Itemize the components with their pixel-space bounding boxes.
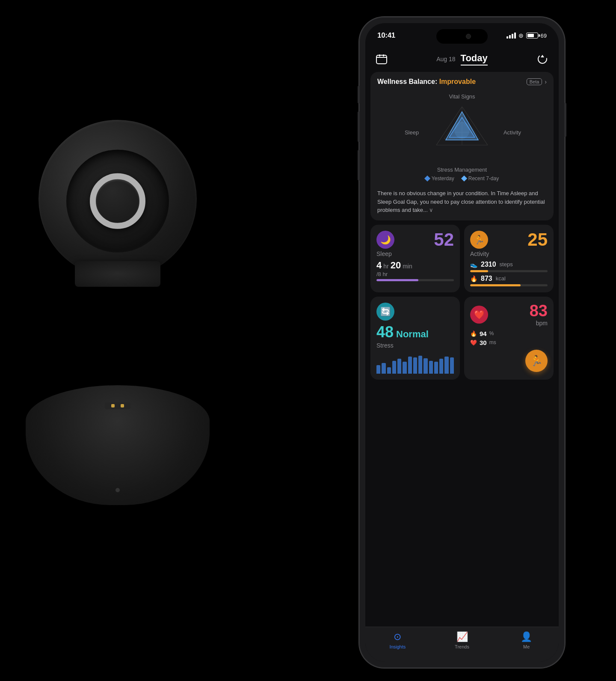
- insights-label: Insights: [389, 644, 406, 649]
- beta-badge: Beta: [527, 78, 542, 85]
- calories-progress-track: [470, 284, 548, 286]
- svg-rect-3: [383, 54, 384, 57]
- chevron-right-icon: ›: [545, 78, 547, 85]
- header-date: Aug 18: [436, 56, 455, 62]
- calories-progress-fill: [470, 284, 521, 286]
- bar-9: [418, 356, 422, 374]
- activity-sub-metrics: 👟 2310 steps 🔥 873 kc: [470, 261, 548, 286]
- steps-value: 2310: [481, 261, 496, 268]
- heart-mini-stats: 🔥 94 % ❤️ 30 ms: [470, 330, 548, 346]
- refresh-icon[interactable]: [535, 51, 550, 67]
- activity-fab[interactable]: 🏃: [525, 350, 548, 372]
- date-nav: Aug 18 Today: [436, 53, 488, 65]
- sleep-icon: 🌙: [380, 235, 391, 245]
- phone-frame: 10:41 ⊛ 69: [359, 17, 565, 668]
- scroll-area[interactable]: Aug 18 Today: [365, 48, 559, 627]
- radar-label-stress: Stress Management: [437, 167, 487, 173]
- status-icons: ⊛ 69: [506, 32, 547, 39]
- heart-header: ❤️ 83 bpm: [470, 303, 548, 327]
- svg-point-14: [454, 122, 470, 139]
- sleep-metric-card[interactable]: 🌙 52 Sleep 4 hr 20 min: [370, 225, 460, 292]
- bar-4: [392, 361, 396, 374]
- header-title: Today: [461, 53, 488, 65]
- activity-label: Activity: [470, 250, 548, 257]
- steps-icon: 👟: [470, 261, 477, 268]
- nav-insights[interactable]: ⊙ Insights: [365, 631, 430, 649]
- svg-rect-2: [379, 54, 380, 57]
- legend-yesterday: Yesterday: [425, 175, 454, 181]
- bar-3: [387, 367, 391, 374]
- phone: 10:41 ⊛ 69: [359, 17, 565, 668]
- hrv-value: 94: [480, 330, 487, 337]
- stress-bar-chart: [376, 352, 454, 374]
- radar-legend: Yesterday Recent 7-day: [425, 175, 499, 181]
- trends-icon: 📈: [456, 631, 468, 642]
- calories-value: 873: [481, 275, 492, 283]
- smart-ring: [90, 173, 145, 229]
- bottom-nav: ⊙ Insights 📈 Trends 👤 Me: [365, 627, 559, 662]
- nav-trends[interactable]: 📈 Trends: [430, 631, 495, 649]
- me-icon: 👤: [521, 631, 532, 642]
- steps-progress-track: [470, 270, 548, 272]
- radar-chart: Vital Signs Sleep: [377, 89, 547, 186]
- bar-8: [413, 357, 417, 374]
- stress-value: 48: [376, 323, 394, 341]
- sleep-goal: /8 hr: [376, 271, 454, 277]
- activity-icon-circle: 🏃: [470, 231, 488, 249]
- base-dot: [116, 488, 120, 492]
- radar-label-vitalsigns: Vital Signs: [449, 93, 475, 100]
- activity-header: 🏃 25: [470, 231, 548, 249]
- wellness-beta-btn[interactable]: Beta ›: [527, 78, 547, 85]
- dynamic-island: [436, 29, 488, 44]
- me-label: Me: [523, 644, 530, 649]
- wellness-desc: There is no obvious change in your condi…: [377, 189, 547, 214]
- app-content: Aug 18 Today: [365, 48, 559, 662]
- stress-header: 🔄: [376, 303, 454, 321]
- hrv-icon: 🔥: [470, 330, 477, 337]
- vol-up-button: [358, 111, 360, 142]
- bar-7: [408, 357, 412, 374]
- bar-14: [444, 357, 448, 374]
- ms-unit: ms: [489, 339, 496, 345]
- heart-icon: ❤️: [474, 309, 485, 320]
- battery-percent: 69: [541, 33, 547, 39]
- stress-icon-circle: 🔄: [376, 303, 394, 321]
- ms-icon: ❤️: [470, 339, 477, 346]
- stress-metric-card[interactable]: 🔄 48 Normal Stress: [370, 297, 460, 380]
- metrics-grid: 🌙 52 Sleep 4 hr 20 min: [370, 225, 554, 292]
- calories-row: 🔥 873 kcal: [470, 275, 548, 283]
- stress-status: Normal: [396, 329, 429, 340]
- sleep-header: 🌙 52: [376, 231, 454, 249]
- activity-metric-card[interactable]: 🏃 25 Activity 👟 2310: [464, 225, 554, 292]
- case-lid: [38, 120, 197, 278]
- bar-10: [424, 358, 427, 374]
- legend-diamond-recent: [461, 175, 467, 181]
- sleep-progress-fill: [376, 279, 418, 281]
- heart-metric-card[interactable]: ❤️ 83 bpm 🔥 94: [464, 297, 554, 380]
- radar-middle-row: Sleep: [400, 102, 524, 162]
- pin-1: [111, 404, 115, 407]
- sleep-score: 52: [434, 231, 454, 249]
- nav-me[interactable]: 👤 Me: [494, 631, 559, 649]
- desc-expand-icon[interactable]: ∨: [429, 207, 433, 213]
- ms-row: ❤️ 30 ms: [470, 339, 548, 346]
- radar-label-activity: Activity: [500, 129, 524, 136]
- trends-label: Trends: [455, 644, 469, 649]
- wifi-icon: ⊛: [518, 32, 524, 39]
- pin-2: [121, 404, 124, 407]
- calendar-icon[interactable]: [374, 51, 389, 67]
- fab-icon: 🏃: [530, 355, 543, 367]
- charging-connector: [105, 402, 130, 409]
- sleep-label: Sleep: [376, 250, 454, 257]
- legend-recent: Recent 7-day: [462, 175, 499, 181]
- mute-button: [358, 86, 360, 104]
- bar-5: [397, 359, 401, 374]
- steps-progress-fill: [470, 270, 488, 272]
- steps-row: 👟 2310 steps: [470, 261, 548, 268]
- hrv-row: 🔥 94 %: [470, 330, 548, 337]
- svg-rect-0: [376, 55, 387, 64]
- calories-icon: 🔥: [470, 275, 477, 282]
- sleep-icon-circle: 🌙: [376, 231, 394, 249]
- wellness-card: Wellness Balance: Improvable Beta › Vita…: [370, 72, 554, 220]
- battery-fill: [527, 34, 534, 37]
